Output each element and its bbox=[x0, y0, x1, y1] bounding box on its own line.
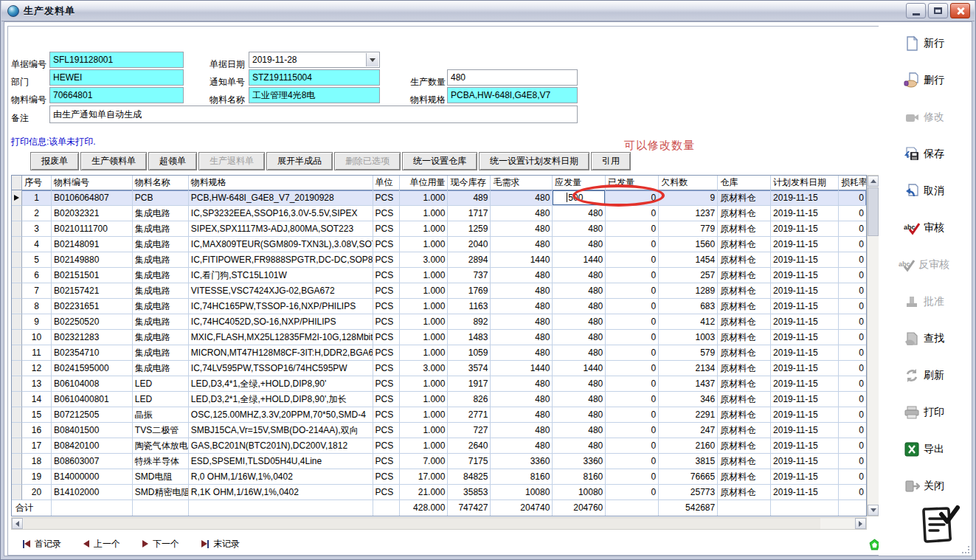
table-row[interactable]: 20 B14102000 SMD精密电阻 R,1K OHM,1/16W,1%,0… bbox=[12, 485, 866, 500]
cell-item-name: 晶振 bbox=[133, 407, 189, 423]
cell-issue-qty-input[interactable]: 480 bbox=[553, 423, 606, 438]
refresh-button[interactable]: 刷新 bbox=[879, 357, 969, 394]
cell-issue-qty-input[interactable]: 480 bbox=[553, 330, 606, 345]
table-row[interactable]: 2 B02032321 集成电路 IC,SP3232EEA,SSOP16,3.0… bbox=[12, 206, 866, 221]
cell-issue-qty-input[interactable]: 1440 bbox=[553, 252, 606, 268]
cell-item-spec: ESD,SPSEMI,TLSD05H4U,4Line bbox=[189, 454, 373, 469]
table-row[interactable]: 18 B08603007 特殊半导体 ESD,SPSEMI,TLSD05H4U,… bbox=[12, 454, 866, 469]
scroll-down-button[interactable] bbox=[868, 505, 879, 516]
horizontal-scroll-thumb[interactable] bbox=[24, 518, 820, 529]
cell-issue-qty-input[interactable]: 1440 bbox=[553, 361, 606, 376]
table-row[interactable]: 4 B02148091 集成电路 IC,MAX809TEUR(SGM809-TX… bbox=[12, 237, 866, 252]
close-button[interactable] bbox=[950, 3, 970, 18]
dept-field[interactable]: HEWEI bbox=[49, 69, 184, 86]
cell-issue-qty-input[interactable]: 500 bbox=[553, 190, 606, 206]
table-row[interactable]: 8 B02231651 集成电路 IC,74HC165PW,TSSOP-16,N… bbox=[12, 299, 866, 314]
cell-issue-qty-input[interactable]: 480 bbox=[553, 438, 606, 454]
delete-row-button[interactable]: 删行 bbox=[879, 62, 969, 99]
table-row[interactable]: 10 B02321283 集成电路 MXIC,FLASH,MX25L12835F… bbox=[12, 330, 866, 345]
scrap-order-button[interactable]: 报废单 bbox=[30, 152, 79, 170]
doc-no-field[interactable]: SFL191128001 bbox=[49, 52, 184, 68]
over-picking-button[interactable]: 超领单 bbox=[148, 152, 197, 170]
remark-field[interactable]: 由生产通知单自动生成 bbox=[49, 106, 578, 123]
cell-issue-qty-input[interactable]: 480 bbox=[553, 345, 606, 361]
doc-date-field[interactable]: 2019-11-28 bbox=[249, 52, 380, 68]
cell-issue-qty-input[interactable]: 3360 bbox=[553, 454, 606, 469]
print-button[interactable]: 打印 bbox=[879, 394, 969, 431]
maximize-button[interactable] bbox=[928, 3, 948, 18]
expand-semi-finished-button[interactable]: 展开半成品 bbox=[266, 152, 333, 170]
table-row[interactable]: 9 B02250520 集成电路 IC,74HC4052D,SO-16,NXP/… bbox=[12, 314, 866, 330]
cell-shortage: 779 bbox=[659, 221, 718, 237]
cell-issue-qty-input[interactable]: 480 bbox=[553, 376, 606, 392]
cell-issue-qty-input[interactable]: 480 bbox=[553, 314, 606, 330]
vertical-scroll-thumb[interactable] bbox=[868, 187, 879, 236]
save-button[interactable]: 保存 bbox=[879, 136, 969, 173]
cell-issue-qty-input[interactable]: 480 bbox=[553, 283, 606, 299]
table-row[interactable]: 5 B02149880 集成电路 IC,FITIPOWER,FR9888SPGT… bbox=[12, 252, 866, 268]
scroll-left-button[interactable] bbox=[12, 518, 23, 529]
table-row[interactable]: 19 B14000000 SMD电阻 R,0 OHM,1/16W,1%,0402… bbox=[12, 469, 866, 485]
audit-button[interactable]: abc 审核 bbox=[879, 210, 969, 246]
table-row[interactable]: 7 B02157421 集成电路 VITESSE,VSC7424XJG-02,B… bbox=[12, 283, 866, 299]
prod-qty-field[interactable]: 480 bbox=[447, 69, 578, 86]
cell-issue-qty-input[interactable]: 480 bbox=[553, 268, 606, 283]
table-row[interactable]: 12 B0241595000 集成电路 IC,74LV595PW,TSSOP16… bbox=[12, 361, 866, 376]
resize-grip[interactable] bbox=[961, 545, 970, 554]
table-row[interactable]: 3 B0210111700 集成电路 SIPEX,SPX1117M3-ADJ,8… bbox=[12, 221, 866, 237]
vertical-scrollbar[interactable] bbox=[867, 175, 879, 516]
cell-seq: 4 bbox=[22, 237, 52, 252]
table-row[interactable]: 17 B08420100 陶瓷气体放电管 GAS,BC201N(BTC201N)… bbox=[12, 438, 866, 454]
close-form-button[interactable]: 关闭 bbox=[879, 468, 969, 505]
cell-issued-qty: 0 bbox=[606, 438, 659, 454]
row-indicator bbox=[12, 283, 22, 299]
cell-seq: 15 bbox=[22, 407, 52, 423]
table-row[interactable]: 1 B0106064807 PCB PCB,HW-648I_G4E8_V7_20… bbox=[12, 190, 866, 206]
set-warehouse-button[interactable]: 统一设置仓库 bbox=[402, 152, 477, 170]
cell-item-spec: IC,FITIPOWER,FR9888SPGTR,DC-DC,SOP8 bbox=[189, 252, 373, 268]
reference-button[interactable]: 引用 bbox=[591, 152, 631, 170]
prev-record-button[interactable]: 上一个 bbox=[83, 538, 120, 550]
cell-issue-qty-input[interactable]: 10080 bbox=[553, 485, 606, 500]
cell-issue-qty-input[interactable]: 480 bbox=[553, 392, 606, 407]
cell-issue-qty-input[interactable]: 480 bbox=[553, 407, 606, 423]
horizontal-scrollbar[interactable] bbox=[11, 517, 867, 530]
cell-issued-qty: 0 bbox=[606, 221, 659, 237]
item-spec-field[interactable]: PCBA,HW-648I,G4E8,V7 bbox=[447, 87, 578, 103]
table-row[interactable]: 15 B07212505 晶振 OSC,125.00MHZ,3.3V,20PPM… bbox=[12, 407, 866, 423]
item-no-field[interactable]: 70664801 bbox=[49, 87, 184, 103]
set-plan-date-button[interactable]: 统一设置计划发料日期 bbox=[479, 152, 589, 170]
export-button[interactable]: 导出 bbox=[879, 431, 969, 468]
scroll-up-button[interactable] bbox=[868, 176, 879, 187]
minimize-button[interactable] bbox=[906, 3, 926, 18]
item-name-field[interactable]: 工业管理4光8电 bbox=[249, 87, 380, 103]
cell-unit-usage: 1.000 bbox=[400, 314, 449, 330]
cell-stock: 727 bbox=[448, 423, 491, 438]
next-record-button[interactable]: 下一个 bbox=[142, 538, 179, 550]
cell-issue-qty-input[interactable]: 480 bbox=[553, 299, 606, 314]
cell-item-spec: IC,看门狗,STC15L101W bbox=[189, 268, 373, 283]
table-row[interactable]: 13 B06104008 LED LED,D3,4*1,全绿,+HOLD,DIP… bbox=[12, 376, 866, 392]
cell-issue-qty-input[interactable]: 480 bbox=[553, 237, 606, 252]
cell-unit-usage: 1.000 bbox=[400, 423, 449, 438]
chevron-down-icon bbox=[370, 58, 375, 62]
cell-issue-qty-input[interactable]: 8160 bbox=[553, 469, 606, 485]
cell-issue-qty-input[interactable]: 480 bbox=[553, 221, 606, 237]
date-dropdown-button[interactable] bbox=[366, 53, 378, 66]
first-record-button[interactable]: 首记录 bbox=[23, 538, 61, 550]
cell-unit-usage: 1.000 bbox=[400, 190, 449, 206]
table-row[interactable]: 11 B02354710 集成电路 MICRON,MT47H128M8CF-3I… bbox=[12, 345, 866, 361]
cancel-button[interactable]: 取消 bbox=[879, 173, 969, 210]
notice-no-field[interactable]: STZ191115004 bbox=[249, 69, 380, 86]
find-button[interactable]: 查找 bbox=[879, 320, 969, 357]
new-row-button[interactable]: 新行 bbox=[879, 25, 969, 62]
last-record-button[interactable]: 末记录 bbox=[201, 538, 240, 550]
cell-issue-qty-input[interactable]: 480 bbox=[553, 206, 606, 221]
total-stock: 747427 bbox=[448, 500, 491, 516]
table-row[interactable]: 16 B08401500 TVS二极管 SMBJ15CA,Vr=15V,SMB(… bbox=[12, 423, 866, 438]
production-picking-button[interactable]: 生产领料单 bbox=[80, 152, 147, 170]
row-indicator bbox=[12, 485, 22, 500]
table-row[interactable]: 6 B02151501 集成电路 IC,看门狗,STC15L101W PCS 1… bbox=[12, 268, 866, 283]
table-row[interactable]: 14 B0610400801 LED LED,D3,2*1,全绿,+HOLD,D… bbox=[12, 392, 866, 407]
scroll-right-button[interactable] bbox=[855, 518, 866, 529]
